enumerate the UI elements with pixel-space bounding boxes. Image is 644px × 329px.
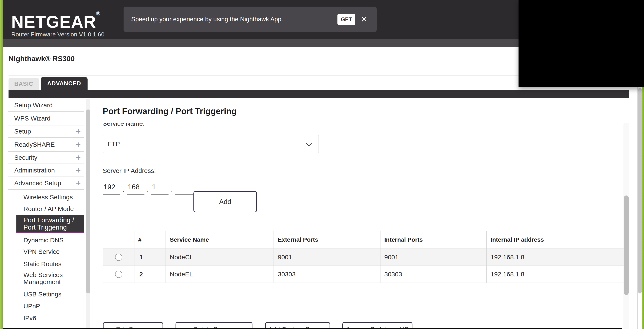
sidebar-item-web-services-management[interactable]: Web Services Management [24, 271, 83, 285]
page-right-border [637, 87, 638, 329]
ip-octet-2-input[interactable] [127, 181, 144, 195]
bottom-black-strip [0, 328, 622, 329]
browser-scrollbar-thumb[interactable] [638, 88, 642, 294]
plus-icon[interactable]: + [76, 166, 81, 175]
router-admin-page: NETGEAR® Router Firmware Version V1.0.1.… [0, 0, 644, 329]
tab-basic[interactable]: BASIC [8, 78, 39, 90]
sidebar-item-port-forwarding-selected[interactable]: Port Forwarding / Port Triggering [16, 215, 84, 233]
firmware-version-label: Router Firmware Version V1.0.1.60 [11, 31, 104, 38]
service-name-select[interactable]: FTP [103, 135, 319, 153]
table-row: 1 NodeCL 9001 9001 192.168.1.8 [103, 249, 624, 266]
sidebar-item-label: Port Forwarding / Port Triggering [24, 217, 83, 231]
row-2-radio[interactable] [115, 271, 122, 278]
page-title: Port Forwarding / Port Triggering [103, 106, 237, 116]
sidebar-item-setup[interactable]: Setup + [8, 125, 84, 137]
left-green-edge [0, 0, 3, 329]
sidebar-item-label: WPS Wizard [14, 115, 50, 122]
sidebar-item-label: ReadySHARE [14, 141, 55, 148]
sidebar-item-router-ap-mode[interactable]: Router / AP Mode [24, 205, 74, 213]
sidebar-item-vpn-service[interactable]: VPN Service [24, 248, 60, 256]
sidebar-item-security[interactable]: Security + [8, 151, 84, 164]
row-external-ports: 9001 [274, 249, 380, 266]
tab-advanced[interactable]: ADVANCED [41, 77, 88, 90]
sidebar-item-usb-settings[interactable]: USB Settings [24, 290, 61, 299]
netgear-logo: NETGEAR® [11, 11, 100, 30]
plus-icon[interactable]: + [76, 127, 81, 136]
sidebar-item-ipv6[interactable]: IPv6 [24, 314, 36, 323]
row-internal-ports: 9001 [380, 249, 486, 266]
plus-icon[interactable]: + [76, 140, 81, 149]
table-row: 2 NodeEL 30303 30303 192.168.1.8 [103, 266, 624, 283]
row-internal-ports: 30303 [380, 266, 486, 283]
service-name-label: Service Name: [103, 123, 188, 127]
col-internal-ip: Internal IP address [486, 231, 624, 249]
port-forwarding-table: # Service Name External Ports Internal P… [103, 231, 624, 283]
col-service-name: Service Name [166, 231, 274, 249]
content-scrollbar-thumb[interactable] [624, 196, 629, 295]
row-service-name: NodeEL [166, 266, 274, 283]
row-internal-ip: 192.168.1.8 [486, 266, 624, 283]
server-ip-label: Server IP Address: [103, 167, 156, 174]
divider [103, 305, 622, 305]
divider [8, 189, 84, 190]
ip-dot: . [168, 185, 175, 195]
sidebar-item-label: Security [14, 154, 37, 161]
nav-dark-bar [8, 90, 629, 98]
plus-icon[interactable]: + [76, 179, 81, 187]
ip-octet-1-input[interactable] [103, 181, 120, 195]
col-external-ports: External Ports [274, 231, 380, 249]
get-app-button[interactable]: GET [338, 14, 355, 25]
banner-message: Speed up your experience by using the Ni… [131, 6, 283, 32]
col-number: # [134, 231, 166, 249]
sidebar-item-advanced-setup[interactable]: Advanced Setup + [8, 177, 84, 189]
sidebar-item-dynamic-dns[interactable]: Dynamic DNS [24, 236, 64, 245]
sidebar-item-label: Administration [14, 167, 55, 174]
server-ip-inputs: . . . [103, 181, 193, 195]
chevron-down-icon [306, 140, 312, 146]
sidebar-item-label: Setup Wizard [14, 102, 52, 109]
sidebar-item-upnp[interactable]: UPnP [24, 302, 40, 311]
netgear-logo-text: NETGEAR [11, 12, 96, 31]
sidebar-item-label: Setup [14, 128, 31, 135]
plus-icon[interactable]: + [76, 153, 81, 162]
col-internal-ports: Internal Ports [380, 231, 486, 249]
row-number: 1 [134, 249, 166, 266]
ip-dot: . [120, 185, 127, 195]
service-name-label-clipped: Service Name: [103, 123, 188, 127]
right-green-edge [642, 87, 644, 329]
sidebar-scrollbar-thumb[interactable] [86, 109, 90, 294]
ip-octet-4-input[interactable] [175, 181, 193, 195]
row-service-name: NodeCL [166, 249, 274, 266]
row-1-radio[interactable] [115, 254, 122, 261]
redacted-black-box [518, 0, 644, 87]
col-radio [103, 231, 134, 249]
add-button[interactable]: Add [194, 191, 257, 212]
row-internal-ip: 192.168.1.8 [486, 249, 624, 266]
sidebar-nav: Setup Wizard WPS Wizard Setup + ReadySHA… [8, 99, 84, 189]
row-number: 2 [134, 266, 166, 283]
sidebar-item-wireless-settings[interactable]: Wireless Settings [24, 193, 73, 201]
sidebar-item-readyshare[interactable]: ReadySHARE + [8, 137, 84, 151]
nighthawk-app-banner: Speed up your experience by using the Ni… [124, 6, 377, 32]
ip-dot: . [144, 185, 151, 195]
sidebar-item-setup-wizard[interactable]: Setup Wizard [8, 99, 84, 111]
sidebar-item-administration[interactable]: Administration + [8, 164, 84, 177]
sidebar-item-label: Advanced Setup [14, 180, 61, 187]
sidebar-content-divider [91, 98, 92, 329]
row-external-ports: 30303 [274, 266, 380, 283]
sidebar-item-wps-wizard[interactable]: WPS Wizard [8, 111, 84, 125]
sidebar-item-static-routes[interactable]: Static Routes [24, 260, 61, 268]
registered-mark: ® [96, 10, 100, 16]
table-header-row: # Service Name External Ports Internal P… [103, 231, 624, 249]
close-icon[interactable]: ✕ [359, 14, 369, 24]
service-name-selected-value: FTP [108, 140, 120, 148]
product-name: Nighthawk® RS300 [8, 54, 74, 63]
divider [103, 213, 622, 213]
ip-octet-3-input[interactable] [151, 181, 168, 195]
